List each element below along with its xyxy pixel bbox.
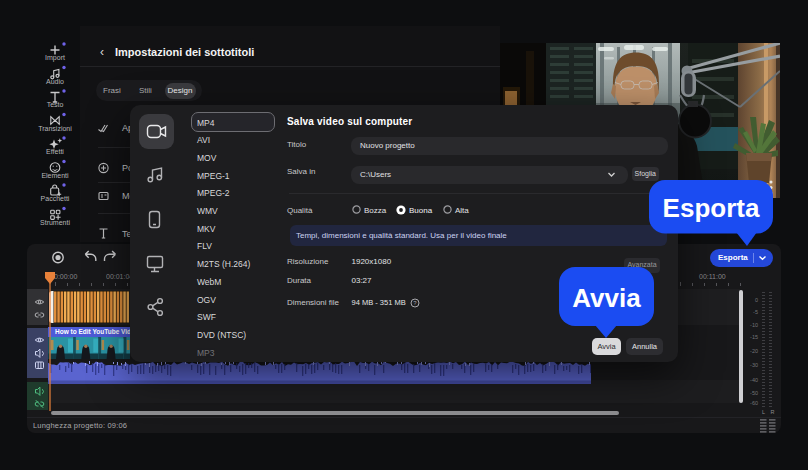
svg-text:Avvia: Avvia [572,283,641,313]
svg-text:Esporta: Esporta [663,193,760,223]
svg-text:-40: -40 [750,377,758,383]
svg-text:R: R [771,409,775,415]
svg-text:L: L [762,409,765,415]
svg-text:-60: -60 [750,400,758,406]
svg-text:-30: -30 [750,362,758,368]
svg-text:-50: -50 [750,390,758,396]
svg-text:?: ? [413,300,417,306]
